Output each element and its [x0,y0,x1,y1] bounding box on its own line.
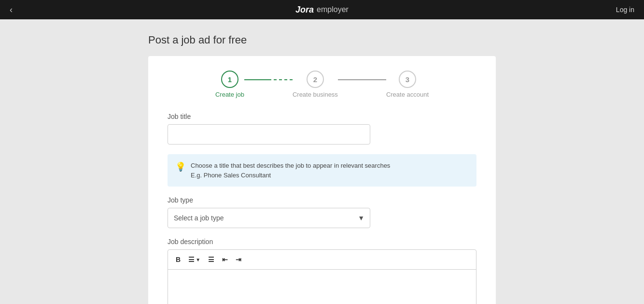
job-title-label: Job title [168,113,476,120]
connector-2-3 [338,79,386,80]
rich-text-editor: B ☰▼ ☰ ⇤ ⇥ [168,249,476,304]
info-line-1: Choose a title that best describes the j… [191,161,390,171]
brand-logo: Jora employer [295,5,349,15]
outdent-button[interactable]: ⇤ [219,254,231,265]
job-description-group: Job description B ☰▼ ☰ ⇤ [168,238,476,304]
step-3-label: Create account [386,91,429,98]
job-type-select-wrapper: Select a job type Full time Part time Co… [168,208,370,228]
brand-jora: Jora [295,5,314,15]
page-title: Post a job ad for free [148,34,496,46]
info-box: 💡 Choose a title that best describes the… [168,154,476,187]
bold-button[interactable]: B [173,254,183,265]
job-title-group: Job title [168,113,476,145]
step-1-circle: 1 [221,71,238,88]
top-nav: ‹ Jora employer Log in [0,0,644,19]
job-type-group: Job type Select a job type Full time Par… [168,196,476,228]
login-button[interactable]: Log in [616,6,634,14]
info-line-2: E.g. Phone Sales Consultant [191,171,390,180]
step-3-circle: 3 [399,71,416,88]
unordered-list-button[interactable]: ☰▼ [185,254,203,265]
step-1-label: Create job [215,91,244,98]
connector-gray [338,79,386,80]
connector-solid [244,79,268,80]
job-type-select[interactable]: Select a job type Full time Part time Co… [168,208,370,228]
brand-employer: employer [317,5,349,14]
job-type-label: Job type [168,196,476,204]
main-card: 1 Create job 2 Create business [148,56,496,304]
lightbulb-icon: 💡 [175,161,186,172]
step-2-label: Create business [293,91,338,98]
ordered-list-button[interactable]: ☰ [205,254,217,265]
step-2-circle: 2 [307,71,324,88]
connector-dotted [268,79,293,80]
job-description-label: Job description [168,238,476,246]
step-1: 1 Create job [215,71,244,98]
editor-toolbar: B ☰▼ ☰ ⇤ ⇥ [168,250,476,270]
back-button[interactable]: ‹ [10,5,13,15]
page-content: Post a job ad for free 1 Create job 2 [139,19,505,304]
indent-button[interactable]: ⇥ [233,254,244,265]
job-title-input[interactable] [168,124,370,145]
step-2: 2 Create business [293,71,338,98]
editor-body[interactable] [168,270,476,304]
step-3: 3 Create account [386,71,429,98]
info-text-content: Choose a title that best describes the j… [191,161,390,180]
connector-1-2 [244,79,293,80]
stepper: 1 Create job 2 Create business [168,71,476,98]
